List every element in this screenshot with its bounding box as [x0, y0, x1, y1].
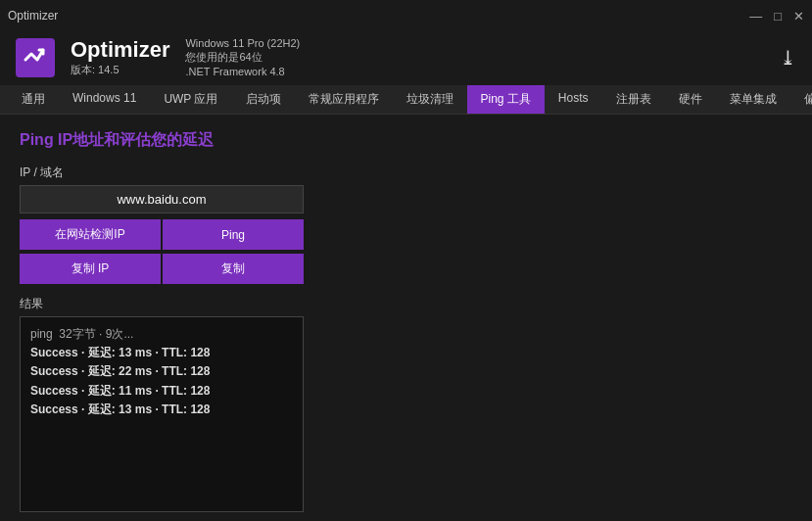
detect-ip-button[interactable]: 在网站检测IP: [20, 219, 161, 250]
close-button[interactable]: ✕: [793, 9, 804, 24]
ip-label: IP / 域名: [20, 165, 792, 181]
result-line: Success · 延迟: 22 ms · TTL: 128: [30, 362, 293, 381]
header-right: ⤓: [780, 46, 796, 70]
dotnet-info: .NET Framework 4.8: [185, 66, 300, 77]
ip-input[interactable]: [20, 185, 304, 213]
ping-button[interactable]: Ping: [163, 219, 304, 250]
nav-item-Windows 11[interactable]: Windows 11: [59, 85, 150, 114]
maximize-button[interactable]: □: [774, 9, 782, 24]
result-label: 结果: [20, 296, 792, 312]
result-line: Success · 延迟: 13 ms · TTL: 128: [30, 401, 293, 419]
app-meta: Windows 11 Pro (22H2) 您使用的是64位 .NET Fram…: [185, 37, 300, 77]
version-label: 版本: 14.5: [71, 63, 169, 77]
nav-item-Hosts[interactable]: Hosts: [545, 85, 602, 114]
os-info: Windows 11 Pro (22H2): [185, 37, 300, 49]
app-name: Optimizer: [71, 37, 169, 63]
result-line: ping 32字节 · 9次...: [30, 325, 293, 344]
result-line: Success · 延迟: 11 ms · TTL: 128: [30, 382, 293, 401]
page-title: Ping IP地址和评估您的延迟: [20, 130, 792, 151]
nav-item-Ping 工具[interactable]: Ping 工具: [467, 85, 545, 114]
button-row-2: 复制 IP 复制: [20, 254, 304, 284]
download-icon[interactable]: ⤓: [780, 46, 796, 70]
nav-item-偏好选项[interactable]: 偏好选项: [790, 85, 812, 114]
result-line: Success · 延迟: 13 ms · TTL: 128: [30, 344, 293, 362]
result-box: ping 32字节 · 9次...Success · 延迟: 13 ms · T…: [20, 316, 304, 512]
window-controls[interactable]: — □ ✕: [749, 9, 804, 24]
nav-item-菜单集成[interactable]: 菜单集成: [716, 85, 790, 114]
copy-button[interactable]: 复制: [163, 254, 304, 284]
app-name-block: Optimizer 版本: 14.5: [71, 37, 169, 77]
minimize-button[interactable]: —: [749, 9, 762, 24]
nav-item-常规应用程序[interactable]: 常规应用程序: [295, 85, 393, 114]
nav-item-垃圾清理[interactable]: 垃圾清理: [393, 85, 467, 114]
title-bar-left: Optimizer: [8, 9, 58, 23]
nav-item-通用[interactable]: 通用: [8, 85, 59, 114]
header-area: Optimizer 版本: 14.5 Windows 11 Pro (22H2)…: [0, 31, 812, 85]
app-logo: [16, 38, 55, 77]
arch-info: 您使用的是64位: [185, 50, 300, 65]
result-section: 结果 ping 32字节 · 9次...Success · 延迟: 13 ms …: [20, 296, 792, 512]
nav-item-UWP 应用[interactable]: UWP 应用: [150, 85, 231, 114]
app-title: Optimizer: [8, 9, 58, 23]
nav-bar: 通用Windows 11UWP 应用启动项常规应用程序垃圾清理Ping 工具Ho…: [0, 85, 812, 115]
nav-item-注册表[interactable]: 注册表: [602, 85, 665, 114]
title-bar: Optimizer — □ ✕: [0, 0, 812, 31]
copy-ip-button[interactable]: 复制 IP: [20, 254, 161, 284]
nav-item-硬件[interactable]: 硬件: [665, 85, 716, 114]
button-row-1: 在网站检测IP Ping: [20, 219, 304, 250]
main-content: Ping IP地址和评估您的延迟 IP / 域名 在网站检测IP Ping 复制…: [0, 115, 812, 521]
nav-item-启动项[interactable]: 启动项: [232, 85, 295, 114]
